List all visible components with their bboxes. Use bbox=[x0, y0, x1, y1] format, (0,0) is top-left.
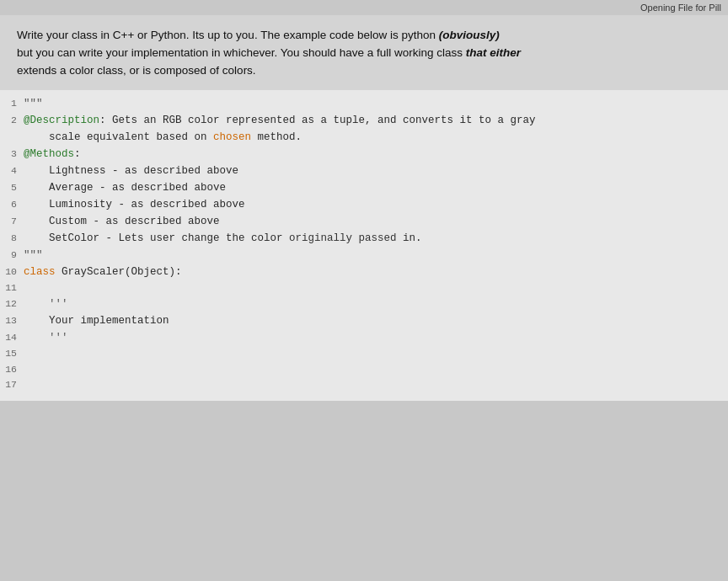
code-line: 6 Luminosity - as described above bbox=[0, 196, 728, 213]
code-text: """ bbox=[24, 95, 43, 112]
line-number: 4 bbox=[0, 163, 24, 179]
line-number: 13 bbox=[0, 313, 24, 328]
line-number: 11 bbox=[0, 280, 24, 296]
line-number: 3 bbox=[0, 147, 24, 162]
code-text: SetColor - Lets user change the color or… bbox=[24, 230, 422, 247]
code-line: 11 bbox=[0, 280, 728, 296]
code-line: 1 """ bbox=[0, 95, 728, 112]
description-line2: but you can write your implementation in… bbox=[17, 45, 711, 62]
code-text: scale equivalent based on chosen method. bbox=[24, 129, 302, 146]
line-number: 1 bbox=[0, 96, 24, 111]
line-number: 5 bbox=[0, 180, 24, 195]
code-line: 2 @Description: Gets an RGB color repres… bbox=[0, 112, 728, 129]
code-text: """ bbox=[24, 247, 43, 264]
line-number: 12 bbox=[0, 296, 24, 312]
line-number: 9 bbox=[0, 248, 24, 263]
code-text: @Description: Gets an RGB color represen… bbox=[24, 112, 536, 129]
code-text: Lightness - as described above bbox=[24, 163, 238, 179]
code-line: 7 Custom - as described above bbox=[0, 213, 728, 230]
top-bar: Opening File for Pill bbox=[0, 0, 728, 15]
code-line: 4 Lightness - as described above bbox=[0, 163, 728, 179]
code-line: 10 class GrayScaler(Object): bbox=[0, 264, 728, 280]
code-text: Average - as described above bbox=[24, 179, 226, 196]
code-text: Luminosity - as described above bbox=[24, 196, 245, 213]
code-text: class GrayScaler(Object): bbox=[24, 264, 182, 280]
line-number: 2 bbox=[0, 113, 24, 128]
description-area: Write your class in C++ or Python. Its u… bbox=[0, 15, 728, 90]
code-line: 3 @Methods: bbox=[0, 146, 728, 163]
line-number: 6 bbox=[0, 197, 24, 212]
code-line: 12 ''' bbox=[0, 296, 728, 312]
description-line3: extends a color class, or is composed of… bbox=[17, 62, 711, 80]
code-line: 5 Average - as described above bbox=[0, 179, 728, 196]
code-line: 15 bbox=[0, 346, 728, 361]
line-number: 10 bbox=[0, 264, 24, 280]
bottom-area bbox=[0, 401, 728, 581]
code-text: Your implementation bbox=[24, 312, 169, 329]
line-number: 15 bbox=[0, 346, 24, 361]
code-text: ''' bbox=[24, 329, 68, 346]
line-number: 14 bbox=[0, 330, 24, 345]
line-number: 16 bbox=[0, 362, 24, 377]
top-bar-label: Opening File for Pill bbox=[640, 3, 721, 13]
code-text: @Methods: bbox=[24, 146, 81, 163]
code-line: 14 ''' bbox=[0, 329, 728, 346]
code-line: 9 """ bbox=[0, 247, 728, 264]
code-line: 17 bbox=[0, 377, 728, 392]
code-area: 1 """ 2 @Description: Gets an RGB color … bbox=[0, 90, 728, 402]
line-number: 7 bbox=[0, 214, 24, 229]
code-text: ''' bbox=[24, 296, 68, 312]
code-line: 13 Your implementation bbox=[0, 312, 728, 329]
line-number: 8 bbox=[0, 231, 24, 246]
code-text: Custom - as described above bbox=[24, 213, 220, 230]
code-line: 16 bbox=[0, 362, 728, 377]
description-line1: Write your class in C++ or Python. Its u… bbox=[17, 27, 711, 45]
code-line: 8 SetColor - Lets user change the color … bbox=[0, 230, 728, 247]
line-number: 17 bbox=[0, 377, 24, 392]
code-line: scale equivalent based on chosen method. bbox=[0, 129, 728, 146]
